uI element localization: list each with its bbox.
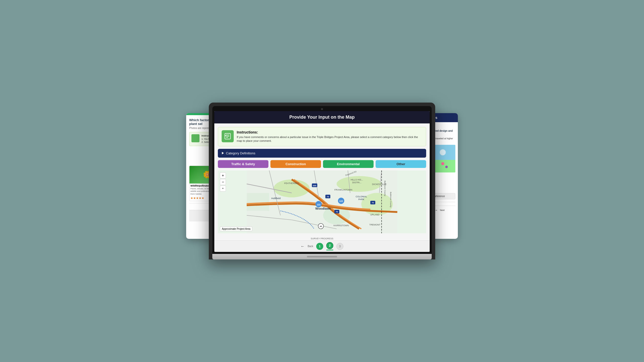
svg-text:40: 40 <box>320 225 322 228</box>
instructions-body: If you have comments or concerns about a… <box>237 135 422 143</box>
map-svg: 122 122 70 70 70 <box>218 170 426 233</box>
back-label-main: Back <box>308 245 313 248</box>
svg-text:FEATHERBED: FEATHERBED <box>284 182 299 184</box>
svg-text:Woodlawn: Woodlawn <box>315 207 331 210</box>
svg-point-58 <box>440 149 446 155</box>
svg-point-55 <box>445 166 448 168</box>
instructions-icon-left <box>191 134 199 142</box>
zoom-out-button[interactable]: − <box>220 179 226 185</box>
instructions-text: Instructions: If you have comments or co… <box>237 130 422 143</box>
category-definitions-button[interactable]: Category Definitions <box>218 149 426 158</box>
svg-text:70: 70 <box>372 202 374 204</box>
other-button[interactable]: Other <box>376 160 426 168</box>
construction-button[interactable]: Construction <box>270 160 321 168</box>
next-label-right: Next <box>440 209 445 211</box>
zoom-in-button[interactable]: + <box>220 172 226 178</box>
project-area-label: Approximate Project Area <box>220 227 252 231</box>
step-2-main: 2 <box>326 242 333 249</box>
laptop-base-notch <box>307 256 337 257</box>
laptop-screen: Provide Your Input on the Map <box>214 111 430 252</box>
instructions-box: Instructions: If you have comments or co… <box>218 127 426 146</box>
svg-text:122: 122 <box>317 203 320 206</box>
category-def-label: Category Definitions <box>226 151 255 155</box>
triangle-icon <box>222 152 224 154</box>
svg-text:122: 122 <box>339 200 343 202</box>
svg-text:DISTRI...: DISTRI... <box>352 181 361 184</box>
step-1-main: 1 <box>316 243 323 250</box>
svg-text:HARRISTOWN: HARRISTOWN <box>334 224 349 227</box>
map-area[interactable]: 122 122 70 70 70 <box>218 170 426 233</box>
svg-text:70: 70 <box>336 211 338 213</box>
screen-body: Instructions: If you have comments or co… <box>214 123 430 237</box>
svg-text:Baltimore County: Baltimore County <box>384 180 386 196</box>
back-arrow-main[interactable]: ← <box>301 244 305 249</box>
laptop-camera <box>321 108 323 110</box>
laptop-outer: Provide Your Input on the Map <box>209 103 435 259</box>
environmental-button[interactable]: Environmental <box>323 160 374 168</box>
screen-title: Provide Your Input on the Map <box>289 115 354 120</box>
screen-header: Provide Your Input on the Map <box>214 111 430 123</box>
svg-text:PARK: PARK <box>358 198 365 201</box>
svg-text:UPLAND: UPLAND <box>370 213 380 216</box>
category-buttons-row: Traffic & Safety Construction Environmen… <box>218 160 426 168</box>
map-controls: + − + <box>220 172 226 192</box>
laptop-bezel: Provide Your Input on the Map <box>212 106 432 254</box>
scene: Which factors are the most important to … <box>146 68 498 294</box>
svg-text:Baltimore County: Baltimore County <box>390 192 392 207</box>
laptop-base <box>212 254 432 259</box>
instructions-icon <box>222 130 234 142</box>
step-3-main: 3 <box>336 243 343 250</box>
svg-rect-8 <box>247 193 269 211</box>
svg-point-54 <box>441 162 444 165</box>
svg-text:TREMONT: TREMONT <box>369 223 381 226</box>
svg-text:695: 695 <box>313 184 316 187</box>
svg-text:COLONIAL: COLONIAL <box>356 195 367 198</box>
screen-content: Provide Your Input on the Map <box>214 111 430 252</box>
svg-text:FRANKLINTOWN: FRANKLINTOWN <box>334 189 352 191</box>
svg-text:70: 70 <box>327 196 329 198</box>
svg-text:HILLS HIS...: HILLS HIS... <box>351 178 363 181</box>
survey-progress-bar: ← Back 1 2 3 <box>214 240 430 252</box>
instructions-title: Instructions: <box>237 130 422 134</box>
compass-button[interactable]: + <box>220 186 226 192</box>
checklist-icon <box>224 132 231 140</box>
svg-text:Hollifield: Hollifield <box>271 197 280 200</box>
traffic-safety-button[interactable]: Traffic & Safety <box>218 160 268 168</box>
laptop: Provide Your Input on the Map <box>209 103 435 259</box>
